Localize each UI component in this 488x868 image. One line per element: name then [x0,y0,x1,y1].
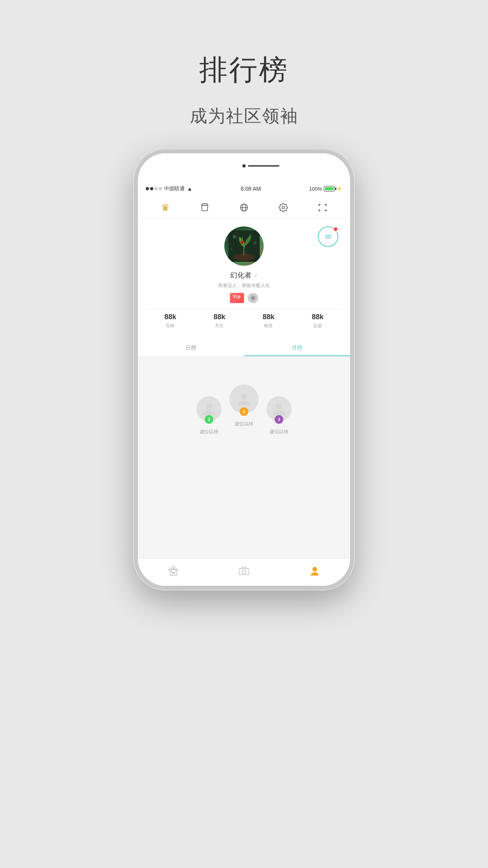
status-bar: 中国联通 ▲ 8:08 AM 100% ⚡ [138,181,350,197]
battery-fill [325,187,334,190]
bag-icon[interactable] [198,200,212,215]
stat-value-footprint: 88k [312,313,323,321]
rank1-name: 虚位以待 [235,421,253,427]
signal-dot-3 [154,187,158,190]
edit-icon[interactable]: ♂ [254,272,258,278]
power-button[interactable] [353,256,354,287]
vip-badge: Vip [230,293,244,303]
svg-point-8 [231,248,233,250]
avatar[interactable] [224,226,264,266]
stat-label-mutual: 互粉 [166,323,174,329]
tab-bar: 日榜 月榜 [138,340,350,357]
status-right: 100% ⚡ [309,186,342,192]
stat-value-fans: 88k [262,313,274,321]
rank-badge-2: 2 [205,415,213,424]
stats-row: 88k 互粉 88k 关注 88k 粉丝 88k 足迹 [146,309,342,333]
rank-badge-3: 3 [275,415,283,424]
volume-up-button[interactable] [134,256,135,279]
username: 幻化者 ♂ [230,270,258,280]
stat-mutual-fans[interactable]: 88k 互粉 [164,313,176,329]
page-title: 排行榜 [190,51,298,89]
page-subtitle: 成为社区领袖 [190,105,298,128]
globe-icon[interactable] [237,200,251,215]
volume-down-button[interactable] [134,287,135,311]
volume-silent-button[interactable] [134,232,135,248]
ranking-section: 2 虚位以待 1 虚位以待 [138,357,350,558]
settings-icon[interactable] [276,200,290,215]
podium-rank-2[interactable]: 2 虚位以待 [196,396,222,435]
rank1-avatar: 1 [229,384,259,414]
top-nav: ♛ [138,197,350,219]
wifi-icon: ▲ [187,186,193,192]
mail-icon: ✉ [325,232,332,241]
svg-point-20 [242,570,246,574]
rank3-name: 虚位以待 [270,428,288,435]
stat-fans[interactable]: 88k 粉丝 [262,313,274,329]
crown-icon[interactable]: ♛ [158,200,172,215]
nav-home[interactable] [161,563,185,582]
stat-following[interactable]: 88k 关注 [213,313,225,329]
scan-icon[interactable] [316,200,330,215]
phone-frame: 中国联通 ▲ 8:08 AM 100% ⚡ ♛ [134,149,354,590]
profile-section: ✉ [138,219,350,340]
tab-monthly[interactable]: 月榜 [244,340,350,356]
time-label: 8:08 AM [241,186,261,192]
ranking-podium: 2 虚位以待 1 虚位以待 [142,364,346,435]
rank3-avatar: 3 [266,396,292,421]
battery-percent: 100% [309,186,322,192]
medal-badge [248,293,258,303]
svg-point-13 [206,403,212,410]
podium-rank-1[interactable]: 1 虚位以待 [229,384,259,427]
stat-footprint[interactable]: 88k 足迹 [312,313,323,329]
stat-label-footprint: 足迹 [313,323,322,329]
rank-badge-1: 1 [240,407,248,416]
svg-point-21 [312,567,317,572]
profile-icon [309,565,320,579]
signal-dot-1 [146,187,149,190]
nav-profile[interactable] [303,563,327,582]
message-button[interactable]: ✉ [318,226,338,247]
nav-camera[interactable] [232,563,256,582]
svg-point-14 [241,394,247,400]
status-left: 中国联通 ▲ [146,185,193,192]
badges: Vip [230,293,258,303]
username-text: 幻化者 [230,270,251,280]
stat-value-mutual: 88k [164,313,176,321]
podium-rank-3[interactable]: 3 虚位以待 [266,396,292,435]
svg-point-15 [276,403,282,410]
rank2-avatar: 2 [196,396,222,421]
avatar-container [224,226,264,266]
signal-dot-4 [159,187,162,190]
stat-value-following: 88k [213,313,225,321]
stat-label-fans: 粉丝 [264,323,273,329]
bio: 美食达人，体验冷暖人生 [218,282,270,289]
camera-icon [238,565,250,579]
phone-speaker [138,153,350,181]
svg-point-11 [242,242,242,243]
rank2-name: 虚位以待 [200,428,218,435]
svg-point-5 [233,235,237,239]
home-icon [168,565,179,579]
tab-daily[interactable]: 日榜 [138,340,244,356]
battery-icon [324,186,335,191]
stat-label-following: 关注 [215,323,224,329]
bottom-nav [138,558,350,586]
charging-icon: ⚡ [336,186,342,191]
svg-point-7 [253,241,257,245]
svg-point-3 [282,206,284,209]
notification-dot [333,226,338,232]
signal-dot-2 [150,187,153,190]
carrier-label: 中国联通 [164,185,185,192]
signal-bars [146,187,162,190]
